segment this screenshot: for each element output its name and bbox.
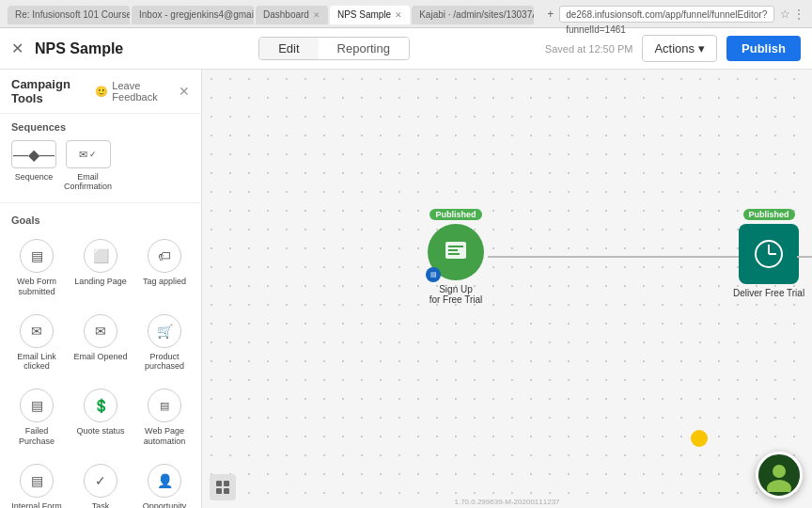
sidebar-item-internal-form-submitted[interactable]: ▤ Internal Form submitted <box>6 456 68 508</box>
browser-tab-5[interactable]: Kajabi · /admin/sites/13037A/... ✕ <box>412 6 534 24</box>
sidebar-item-tag-applied[interactable]: 🏷 Tag applied <box>133 231 195 305</box>
canvas: Published ▤ Sign Upfor Free Trial ▶ Publ… <box>202 70 812 508</box>
sequence-icon: —◆— <box>11 140 56 168</box>
connector-1: ▶ <box>488 250 753 263</box>
goals-grid: ▤ Web Form submitted ⬜ Landing Page 🏷 Ta… <box>0 230 201 508</box>
internal-form-icon: ▤ <box>20 464 54 498</box>
canvas-mini-icon[interactable] <box>210 474 236 500</box>
email-confirmation-label: EmailConfirmation <box>64 172 112 191</box>
saved-text: Saved at 12:50 PM <box>545 43 633 55</box>
sidebar-item-opportunity-stage-moved[interactable]: 👤 Opportunity Stage moved <box>133 456 195 508</box>
sidebar-item-landing-page[interactable]: ⬜ Landing Page <box>70 231 132 305</box>
publish-button[interactable]: Publish <box>726 36 801 61</box>
task-completed-label: Task completed <box>73 501 128 508</box>
browser-tabs: Re: Infusionsoft 101 Course A... ✕ Inbox… <box>8 4 534 24</box>
actions-button[interactable]: Actions ▾ <box>642 35 717 62</box>
chevron-down-icon: ▾ <box>698 41 705 56</box>
internal-form-label: Internal Form submitted <box>9 501 64 508</box>
sidebar-item-task-completed[interactable]: ✓ Task completed <box>70 456 132 508</box>
svg-rect-12 <box>216 488 222 494</box>
product-purchased-label: Product purchased <box>137 352 192 373</box>
web-form-icon: ▤ <box>20 239 54 273</box>
web-page-automation-icon: ▤ <box>148 389 181 422</box>
task-completed-icon: ✓ <box>84 464 117 498</box>
sign-up-badge: Published <box>429 209 481 220</box>
flow-node-deliver[interactable]: Published Deliver Free Trial <box>733 209 804 298</box>
version-text: 1.70.0.299639-M-20200111237 <box>454 498 559 506</box>
flow-node-sign-up[interactable]: Published ▤ Sign Upfor Free Trial <box>428 209 484 305</box>
tab-reporting[interactable]: Reporting <box>319 38 409 59</box>
svg-rect-11 <box>224 481 229 486</box>
sidebar-title: Campaign Tools <box>11 77 95 105</box>
email-opened-icon: ✉ <box>84 314 117 348</box>
deliver-circle <box>739 224 799 284</box>
sidebar-item-web-form-submitted[interactable]: ▤ Web Form submitted <box>6 231 68 305</box>
actions-label: Actions <box>654 41 695 56</box>
main-content: Campaign Tools 🙂 Leave Feedback ✕ Sequen… <box>0 70 812 508</box>
landing-page-icon: ⬜ <box>84 239 117 273</box>
tab-edit[interactable]: Edit <box>259 38 318 59</box>
landing-page-label: Landing Page <box>74 277 127 287</box>
svg-rect-1 <box>448 246 463 247</box>
sidebar-divider-1 <box>0 202 201 203</box>
green-avatar[interactable] <box>756 452 803 499</box>
app-title: NPS Sample <box>35 40 123 57</box>
tag-applied-label: Tag applied <box>143 277 186 287</box>
sidebar-item-email-link-clicked[interactable]: ✉ Email Link clicked <box>6 307 68 380</box>
browser-bar: Re: Infusionsoft 101 Course A... ✕ Inbox… <box>0 0 812 28</box>
goals-section-label: Goals <box>0 207 201 230</box>
svg-rect-2 <box>448 249 458 251</box>
email-link-icon: ✉ <box>20 314 54 348</box>
sidebar-item-email-opened[interactable]: ✉ Email Opened <box>70 307 132 380</box>
feedback-button[interactable]: 🙂 Leave Feedback <box>95 80 179 103</box>
svg-rect-10 <box>216 481 222 486</box>
svg-point-15 <box>767 480 791 492</box>
sidebar-item-failed-purchase[interactable]: ▤ Failed Purchase <box>6 381 68 454</box>
sequences-section-label: Sequences <box>0 114 201 136</box>
email-link-label: Email Link clicked <box>9 352 64 373</box>
browser-tab-1[interactable]: Re: Infusionsoft 101 Course A... ✕ <box>8 6 130 24</box>
browser-tab-4[interactable]: NPS Sample ✕ <box>330 6 410 24</box>
smiley-icon: 🙂 <box>95 86 108 98</box>
app-header: ✕ NPS Sample Edit Reporting Saved at 12:… <box>0 28 812 70</box>
sidebar-item-product-purchased[interactable]: 🛒 Product purchased <box>133 307 195 380</box>
opportunity-stage-icon: 👤 <box>148 464 181 498</box>
sidebar-item-web-page-automation[interactable]: ▤ Web Page automation <box>133 381 195 454</box>
tag-applied-icon: 🏷 <box>148 239 181 273</box>
sidebar-header-left: Campaign Tools <box>11 77 95 105</box>
yellow-indicator-dot[interactable] <box>691 430 708 447</box>
address-bar[interactable]: de268.infusionsoft.com/app/funnel/funnel… <box>559 6 773 23</box>
sequences-grid: —◆— Sequence ✉✓ EmailConfirmation <box>0 136 201 198</box>
browser-tab-2[interactable]: Inbox - gregjenkins4@gmail.c... ✕ <box>132 6 254 24</box>
failed-purchase-label: Failed Purchase <box>9 426 64 447</box>
deliver-badge: Published <box>743 209 795 220</box>
sidebar: Campaign Tools 🙂 Leave Feedback ✕ Sequen… <box>0 70 202 508</box>
svg-rect-13 <box>224 488 229 494</box>
sign-up-label: Sign Upfor Free Trial <box>429 284 483 305</box>
sequence-label: Sequence <box>15 172 54 182</box>
sidebar-item-sequence[interactable]: —◆— Sequence <box>11 140 56 191</box>
quote-status-icon: 💲 <box>84 389 117 422</box>
sidebar-item-quote-status[interactable]: 💲 Quote status <box>70 381 132 454</box>
deliver-label: Deliver Free Trial <box>733 288 804 298</box>
close-icon[interactable]: ✕ <box>11 40 23 57</box>
product-purchased-icon: 🛒 <box>148 314 181 348</box>
email-confirmation-icon: ✉✓ <box>66 140 111 168</box>
quote-status-label: Quote status <box>76 426 124 437</box>
feedback-label: Leave Feedback <box>112 80 179 103</box>
browser-tab-3[interactable]: Dashboard ✕ <box>256 6 328 24</box>
web-form-label: Web Form submitted <box>9 277 64 297</box>
svg-point-14 <box>773 465 786 478</box>
sidebar-header: Campaign Tools 🙂 Leave Feedback ✕ <box>0 70 201 114</box>
failed-purchase-icon: ▤ <box>20 389 54 422</box>
svg-rect-3 <box>448 253 460 255</box>
web-page-automation-label: Web Page automation <box>137 426 192 447</box>
opportunity-stage-label: Opportunity Stage moved <box>137 501 192 508</box>
connector-2: ▶ <box>797 250 812 263</box>
edit-reporting-tabs: Edit Reporting <box>258 37 410 60</box>
sidebar-close-icon[interactable]: ✕ <box>179 84 190 99</box>
sign-up-sub-icon: ▤ <box>426 267 441 282</box>
header-center: Edit Reporting <box>134 37 534 60</box>
sidebar-item-email-confirmation[interactable]: ✉✓ EmailConfirmation <box>64 140 112 191</box>
header-right: Saved at 12:50 PM Actions ▾ Publish <box>545 35 801 62</box>
